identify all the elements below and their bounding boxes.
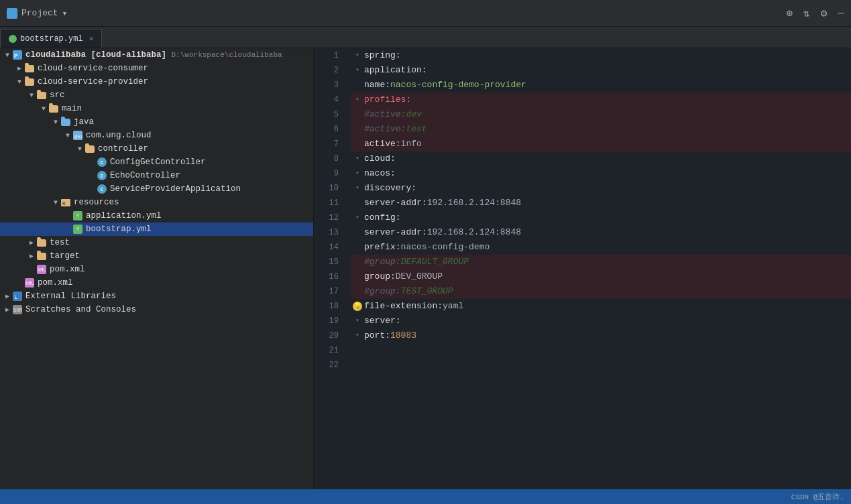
add-icon[interactable]: ⊕ — [786, 7, 793, 20]
code-token: cloud: — [364, 151, 396, 166]
minimize-icon[interactable]: — — [838, 7, 844, 19]
code-line: ▾ discovery: — [351, 181, 851, 196]
tree-arrow[interactable]: ▼ — [63, 132, 72, 139]
code-token: profiles: — [364, 92, 411, 107]
tree-label: controller — [98, 144, 148, 153]
code-token: DEV_GROUP — [396, 269, 443, 284]
code-line: # group: TEST_GROUP — [351, 284, 851, 299]
project-selector[interactable]: Project ▾ — [7, 8, 67, 19]
fold-arrow[interactable]: ▾ — [355, 166, 359, 181]
code-line: ▾ profiles: — [351, 92, 851, 107]
code-line: ▾ nacos: — [351, 166, 851, 181]
code-line: ▾ config: — [351, 210, 851, 225]
fold-arrow[interactable]: ▾ — [355, 48, 359, 63]
line-number: 12 — [314, 210, 339, 225]
tree-label: test — [50, 238, 70, 247]
tree-item-pom-provider[interactable]: XMLpom.xml — [0, 263, 313, 276]
tree-item-external-libraries[interactable]: ▶LExternal Libraries — [0, 290, 313, 303]
tree-item-java[interactable]: ▼java — [0, 115, 313, 129]
editor[interactable]: 12345678910111213141516171819202122 ▾spr… — [314, 48, 851, 489]
folder-icon — [84, 143, 95, 154]
tree-item-bootstrap.yml[interactable]: Ybootstrap.yml — [0, 223, 313, 236]
line-number: 18 — [314, 299, 339, 314]
tab-bootstrap-yml[interactable]: bootstrap.yml ✕ — [0, 29, 102, 48]
code-line: # group: DEFAULT_GROUP — [351, 255, 851, 269]
file-tree: ▼Pcloudalibaba [cloud-alibaba] D:\worksp… — [0, 48, 313, 316]
tree-arrow[interactable]: ▼ — [75, 145, 84, 153]
tree-label: pom.xml — [50, 265, 85, 274]
tab-close-icon[interactable]: ✕ — [89, 34, 94, 43]
folder-icon — [36, 90, 47, 101]
tree-item-scratches[interactable]: ▶SCRScratches and Consoles — [0, 303, 313, 316]
sidebar: ▼Pcloudalibaba [cloud-alibaba] D:\worksp… — [0, 48, 314, 489]
settings-icon[interactable]: ⚙ — [821, 7, 828, 20]
line-number: 15 — [314, 255, 339, 269]
line-number: 8 — [314, 151, 339, 166]
code-token: active: — [370, 122, 406, 137]
folder-icon — [48, 103, 59, 114]
code-token: DEFAULT_GROUP — [401, 255, 469, 269]
code-token: name: — [364, 78, 390, 92]
tree-item-resources[interactable]: ▼Rresources — [0, 196, 313, 209]
code-token: server: — [364, 314, 401, 328]
tree-item-ConfigGetController[interactable]: CConfigGetController — [0, 155, 313, 169]
tree-arrow[interactable]: ▼ — [51, 119, 60, 126]
code-token: yaml — [443, 299, 463, 314]
tree-item-main[interactable]: ▼main — [0, 102, 313, 115]
tree-item-target[interactable]: ▶target — [0, 249, 313, 263]
tree-label: EchoController — [110, 171, 180, 180]
svg-text:L: L — [14, 294, 17, 301]
fold-arrow[interactable]: ▾ — [355, 151, 359, 166]
hint-icon[interactable]: 💡 — [353, 302, 362, 311]
class-icon: C — [97, 184, 107, 194]
project-label[interactable]: Project — [21, 8, 58, 18]
code-token: 18083 — [390, 328, 416, 343]
tree-arrow[interactable]: ▶ — [3, 306, 12, 314]
line-number: 5 — [314, 107, 339, 122]
code-line: ▾ cloud: — [351, 151, 851, 166]
tree-arrow[interactable]: ▶ — [3, 292, 12, 300]
top-bar-icons: ⊕ ⇅ ⚙ — — [786, 7, 844, 20]
tree-item-EchoController[interactable]: CEchoController — [0, 169, 313, 182]
fold-arrow[interactable]: ▾ — [355, 63, 359, 78]
tree-arrow[interactable]: ▼ — [3, 52, 12, 59]
yaml-tab-icon — [9, 35, 17, 43]
svg-text:SCR: SCR — [13, 308, 22, 313]
tree-item-ServiceProviderApplication[interactable]: CServiceProviderApplication — [0, 182, 313, 196]
code-token: dev — [406, 107, 421, 122]
tree-item-pom-root[interactable]: XMLpom.xml — [0, 276, 313, 290]
code-line: ▾ application: — [351, 63, 851, 78]
code-line: # active: test — [351, 122, 851, 137]
code-token: config: — [364, 210, 401, 225]
fold-arrow[interactable]: ▾ — [355, 210, 359, 225]
line-number: 11 — [314, 196, 339, 210]
tree-item-cloudalibaba[interactable]: ▼Pcloudalibaba [cloud-alibaba] D:\worksp… — [0, 48, 313, 62]
fold-arrow[interactable]: ▾ — [355, 92, 359, 107]
code-token: active: — [364, 137, 401, 151]
tree-arrow[interactable]: ▶ — [27, 239, 36, 247]
code-token: info — [401, 137, 422, 151]
tree-item-cloud-service-consumer[interactable]: ▶cloud-service-consumer — [0, 62, 313, 75]
dropdown-icon[interactable]: ▾ — [62, 8, 68, 19]
tree-arrow[interactable]: ▶ — [27, 252, 36, 260]
code-token: spring: — [364, 48, 401, 63]
tree-item-controller[interactable]: ▼controller — [0, 142, 313, 155]
code-token: file-extension: — [364, 299, 443, 314]
code-token: group: — [370, 255, 401, 269]
tree-arrow[interactable]: ▼ — [27, 92, 36, 99]
tree-arrow[interactable]: ▼ — [51, 199, 60, 206]
tree-arrow[interactable]: ▼ — [39, 105, 48, 113]
line-number: 20 — [314, 328, 339, 343]
line-number: 19 — [314, 314, 339, 328]
sync-icon[interactable]: ⇅ — [803, 7, 810, 20]
fold-arrow[interactable]: ▾ — [355, 314, 359, 328]
tree-item-cloud-service-provider[interactable]: ▼cloud-service-provider — [0, 75, 313, 88]
fold-arrow[interactable]: ▾ — [355, 328, 359, 343]
tree-arrow[interactable]: ▼ — [15, 78, 24, 86]
tree-item-application.yml[interactable]: Yapplication.yml — [0, 209, 313, 223]
tree-item-test[interactable]: ▶test — [0, 236, 313, 249]
tree-arrow[interactable]: ▶ — [15, 64, 24, 72]
fold-arrow[interactable]: ▾ — [355, 181, 359, 196]
tree-item-src[interactable]: ▼src — [0, 88, 313, 102]
tree-item-com.ung.cloud[interactable]: ▼pkgcom.ung.cloud — [0, 129, 313, 142]
